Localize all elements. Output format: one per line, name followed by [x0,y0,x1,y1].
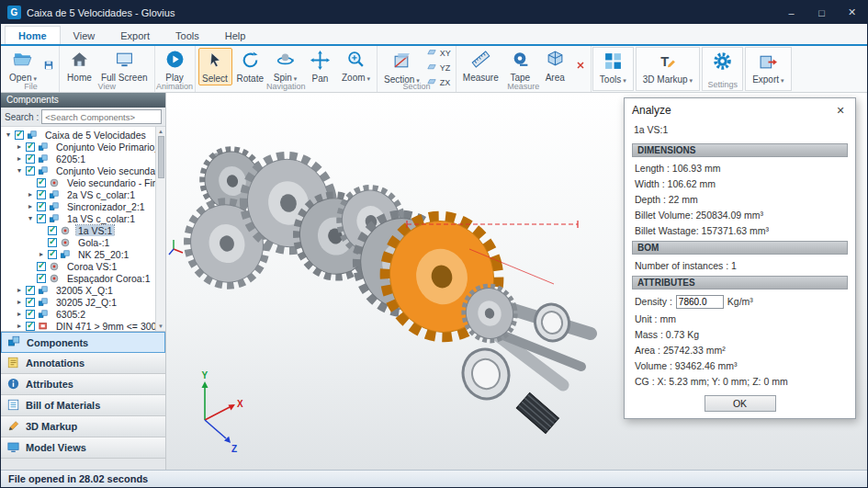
tree-scrollbar[interactable]: ▲ ▼ [155,127,165,331]
tab-view[interactable]: View [61,27,108,44]
spin-button[interactable]: Spin ▾ [268,47,302,85]
tab-home[interactable]: Home [5,26,61,44]
tree-item[interactable]: ▾Caixa de 5 Velocidades [1,129,155,141]
visibility-checkbox[interactable] [26,298,35,307]
tools-menu-button[interactable]: Tools ▾ [596,49,630,87]
visibility-checkbox[interactable] [26,310,35,319]
density-input[interactable] [676,295,724,309]
visibility-checkbox[interactable] [48,238,57,247]
tape-button[interactable]: Tape [503,47,537,85]
assembly-icon [38,297,51,308]
markup-icon: T [658,51,677,74]
expander-icon[interactable]: ▾ [5,131,12,139]
tab-export[interactable]: Export [107,27,163,44]
expander-icon[interactable]: ▸ [16,311,23,318]
tab-help[interactable]: Help [212,27,259,44]
tree-item[interactable]: ▸32005 X_Q:1 [1,284,155,296]
maximize-button[interactable]: □ [806,1,837,24]
cursor-icon [206,51,225,74]
expander-icon[interactable]: ▸ [27,191,34,199]
visibility-checkbox[interactable] [37,274,46,283]
ribbon-group-view: HomeFull ScreenView [60,46,155,92]
scrollbar-thumb[interactable] [158,136,164,178]
plane-xy-button[interactable]: XY [426,47,451,60]
expander-icon[interactable]: ▾ [16,167,23,175]
panel-tab-model-views[interactable]: Model Views [1,437,165,459]
tree-item-label: Gola-:1 [76,237,111,248]
search-input[interactable] [41,109,162,124]
expander-icon[interactable]: ▸ [16,287,23,294]
save-button[interactable] [43,60,54,73]
scroll-up-icon[interactable]: ▲ [158,127,163,136]
section-header: BOM [632,241,848,255]
scroll-down-icon[interactable]: ▼ [158,322,163,331]
tree-item[interactable]: ▾Conjunto Veio secundario - Fi... [1,165,155,176]
button-label: 3D Markup ▾ [643,75,693,85]
tree-item[interactable]: ▾1a VS c_colar:1 [1,212,155,224]
rotate-button[interactable]: Rotate [233,48,267,85]
panel-tab-3d-markup[interactable]: 3D Markup [1,416,165,437]
visibility-checkbox[interactable] [26,322,35,331]
ok-button[interactable]: OK [705,395,776,412]
tree-item[interactable]: ▸DIN 471 > 9mm <= 300mm 2:... [1,320,155,332]
assembly-icon [38,285,51,296]
clear-measurements-button[interactable] [575,60,586,73]
panel-tab-annotations[interactable]: Annotations [1,353,165,374]
visibility-checkbox[interactable] [37,178,46,187]
visibility-checkbox[interactable] [15,131,24,140]
visibility-checkbox[interactable] [48,250,57,259]
tree-item[interactable]: Veio secundario - Final:1 [1,176,155,188]
zoom-button[interactable]: Zoom ▾ [338,47,374,85]
visibility-checkbox[interactable] [48,226,57,235]
export-btn-button[interactable]: Export ▾ [749,49,787,87]
visibility-checkbox[interactable] [37,262,46,271]
panel-tab-bill-of-materials[interactable]: Bill of Materials [1,395,165,416]
tree-item[interactable]: Espaçador Coroa:1 [1,272,155,284]
tree-item[interactable]: ▸6305:2 [1,308,155,320]
pencil-icon [6,419,20,435]
open-button[interactable]: Open ▾ [6,47,40,85]
home-view-button[interactable]: Home [62,47,96,85]
tree-item[interactable]: Gola-:1 [1,236,155,248]
assembly-icon [38,153,51,165]
3d-viewport[interactable]: YXZ Analyze ✕ 1a VS:1 DIMENSIONSLength :… [166,93,867,470]
close-button[interactable]: ✕ [837,1,867,24]
tab-tools[interactable]: Tools [163,27,212,44]
tree-item[interactable]: 1a VS:1 [1,224,155,236]
visibility-checkbox[interactable] [26,154,35,164]
visibility-checkbox[interactable] [37,214,46,223]
expander-icon[interactable]: ▸ [16,155,23,163]
tree-item[interactable]: ▸Conjunto Veio Primario_1:1 [1,141,155,153]
play-button[interactable]: Play [158,47,192,85]
expander-icon[interactable]: ▸ [16,143,23,151]
analyze-title-bar: Analyze ✕ [625,98,855,120]
3d-markup-button[interactable]: T3D Markup ▾ [639,49,696,87]
pan-button[interactable]: Pan [303,48,337,85]
visibility-checkbox[interactable] [26,142,35,152]
tree-item[interactable]: ▸2a VS c_colar:1 [1,188,155,200]
tree-item[interactable]: Coroa VS:1 [1,260,155,272]
minimize-button[interactable]: – [776,1,806,24]
select-button[interactable]: Select [198,48,232,85]
tree-item[interactable]: ▸Sincronizador_2:1 [1,200,155,212]
expander-icon[interactable]: ▸ [16,299,23,306]
expander-icon[interactable]: ▾ [27,215,34,222]
close-icon[interactable]: ✕ [833,105,848,117]
tree-item[interactable]: ▸NK 25_20:1 [1,248,155,260]
plane-yz-button[interactable]: YZ [426,62,451,74]
tree-item[interactable]: ▸30205 J2_Q:1 [1,296,155,308]
area-button[interactable]: Area [538,47,572,85]
part-icon [49,273,62,284]
panel-tab-components[interactable]: Components [1,332,165,353]
visibility-checkbox[interactable] [26,166,35,176]
expander-icon[interactable]: ▸ [38,251,45,258]
visibility-checkbox[interactable] [37,202,46,211]
full-screen-button[interactable]: Full Screen [97,47,152,85]
tree-item[interactable]: ▸6205:1 [1,153,155,165]
visibility-checkbox[interactable] [26,286,35,295]
visibility-checkbox[interactable] [37,190,46,199]
panel-tab-attributes[interactable]: Attributes [1,374,165,395]
expander-icon[interactable]: ▸ [16,323,23,330]
measure-button[interactable]: Measure [459,47,502,85]
expander-icon[interactable]: ▸ [27,203,34,210]
